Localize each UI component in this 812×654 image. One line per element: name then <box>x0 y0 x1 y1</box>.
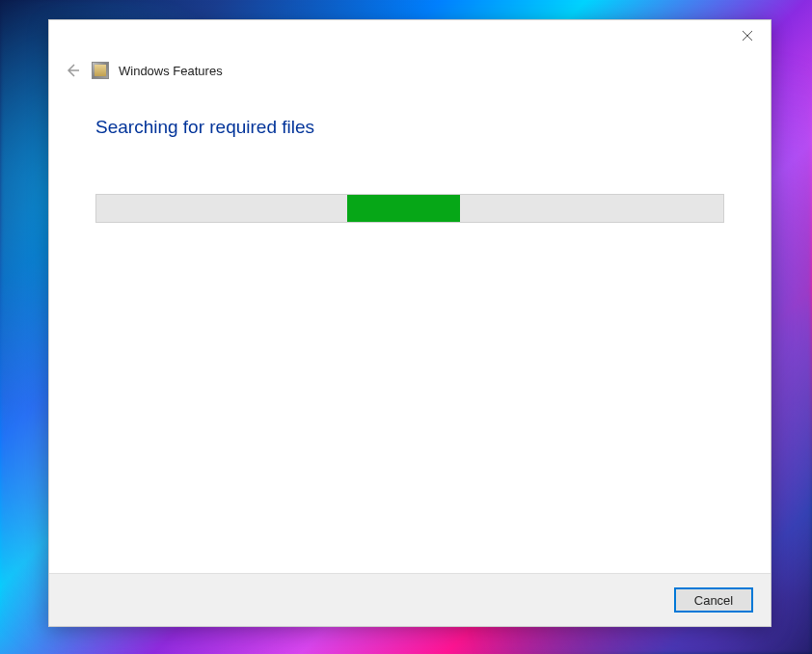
titlebar <box>49 20 771 51</box>
arrow-left-icon <box>65 63 80 78</box>
windows-features-dialog: Windows Features Searching for required … <box>48 19 771 627</box>
cancel-button[interactable]: Cancel <box>674 587 753 613</box>
close-icon <box>742 30 753 41</box>
close-button[interactable] <box>736 24 759 47</box>
dialog-footer: Cancel <box>49 573 771 626</box>
content-area: Searching for required files <box>49 88 771 573</box>
progress-bar <box>95 194 724 223</box>
progress-fill <box>347 195 460 222</box>
header-row: Windows Features <box>49 51 771 88</box>
windows-features-icon <box>92 62 109 79</box>
window-title: Windows Features <box>119 64 223 78</box>
page-heading: Searching for required files <box>95 117 724 138</box>
back-button <box>63 61 82 80</box>
